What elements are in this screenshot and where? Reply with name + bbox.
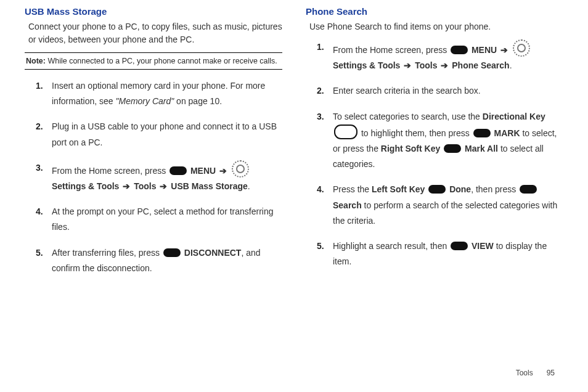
phone-search-label: Phone Search [449, 60, 509, 70]
intro-phone-search: Use Phone Search to find items on your p… [309, 20, 563, 33]
heading-phone-search: Phone Search [306, 6, 563, 17]
center-key-icon [473, 129, 491, 137]
mark-label: MARK [492, 128, 520, 138]
step-5: After transferring files, press DISCONNE… [36, 245, 282, 276]
soft-key-icon [428, 185, 446, 194]
right-soft-key-label: Right Soft Key [381, 144, 440, 153]
arrow-icon: ➔ [439, 60, 449, 70]
heading-usb-mass-storage: USB Mass Storage [25, 6, 282, 17]
text: From the Home screen, press [333, 45, 449, 55]
tools-label: Tools [131, 181, 158, 191]
intro-usb: Connect your phone to a PC, to copy file… [28, 20, 282, 46]
left-soft-key-label: Left Soft Key [372, 184, 425, 194]
soft-key-icon [444, 144, 461, 153]
step-5: Highlight a search result, then VIEW to … [317, 239, 563, 269]
text: To select categories to search, use the [333, 112, 483, 121]
text: Press the [333, 184, 372, 194]
done-label: Done [447, 184, 471, 194]
arrow-icon: ➔ [402, 60, 412, 70]
right-column: Phone Search Use Phone Search to find it… [306, 6, 563, 286]
text: to perform a search of the selected cate… [333, 200, 557, 226]
note-text: While connected to a PC, your phone cann… [46, 57, 277, 65]
arrow-icon: ➔ [121, 181, 131, 191]
step-2: Plug in a USB cable to your phone and co… [36, 119, 282, 150]
center-key-icon [169, 166, 187, 175]
tools-label: Tools [412, 60, 439, 70]
step-4: At the prompt on your PC, select a metho… [36, 204, 282, 235]
arrow-icon: ➔ [158, 181, 168, 191]
step-4: Press the Left Soft Key Done, then press… [317, 182, 563, 229]
usb-mass-storage-label: USB Mass Storage [168, 181, 247, 191]
step-3: From the Home screen, press MENU ➔ Setti… [36, 160, 282, 194]
page-footer: Tools95 [516, 369, 555, 377]
page-body: USB Mass Storage Connect your phone to a… [0, 0, 588, 286]
view-label: VIEW [469, 241, 494, 251]
disconnect-label: DISCONNECT [182, 248, 241, 258]
settings-tools-label: Settings & Tools [333, 60, 402, 70]
steps-phone-search: From the Home screen, press MENU ➔ Setti… [306, 39, 563, 269]
note-label: Note: [26, 57, 46, 65]
center-key-icon [451, 46, 468, 54]
text: to highlight them, then press [359, 128, 472, 138]
note-box: Note: While connected to a PC, your phon… [25, 52, 282, 70]
mark-all-label: Mark All [462, 144, 498, 153]
arrow-icon: ➔ [499, 45, 509, 55]
menu-label: MENU [469, 45, 499, 55]
steps-usb: Insert an optional memory card in your p… [25, 78, 282, 276]
text: After transferring files, press [52, 248, 162, 258]
center-key-icon [451, 242, 468, 250]
center-key-icon [163, 248, 181, 257]
directional-key-icon [334, 125, 357, 139]
nav-wheel-icon [232, 160, 249, 178]
text: on page 10. [174, 96, 222, 106]
text: Highlight a search result, then [333, 241, 449, 251]
text: From the Home screen, press [52, 166, 168, 176]
arrow-icon: ➔ [218, 166, 228, 176]
search-label: Search [333, 200, 362, 210]
settings-tools-label: Settings & Tools [52, 181, 121, 191]
text: , then press [471, 184, 518, 194]
step-2: Enter search criteria in the search box. [317, 83, 563, 99]
step-1: From the Home screen, press MENU ➔ Setti… [317, 39, 563, 73]
footer-page-number: 95 [547, 369, 555, 377]
footer-section: Tools [516, 369, 533, 377]
ref-memory-card: "Memory Card" [116, 96, 174, 106]
menu-label: MENU [188, 166, 218, 176]
nav-wheel-icon [513, 39, 530, 57]
step-3: To select categories to search, use the … [317, 109, 563, 173]
directional-key-label: Directional Key [483, 112, 545, 121]
left-column: USB Mass Storage Connect your phone to a… [25, 6, 282, 286]
center-key-icon [520, 185, 537, 194]
step-1: Insert an optional memory card in your p… [36, 78, 282, 109]
